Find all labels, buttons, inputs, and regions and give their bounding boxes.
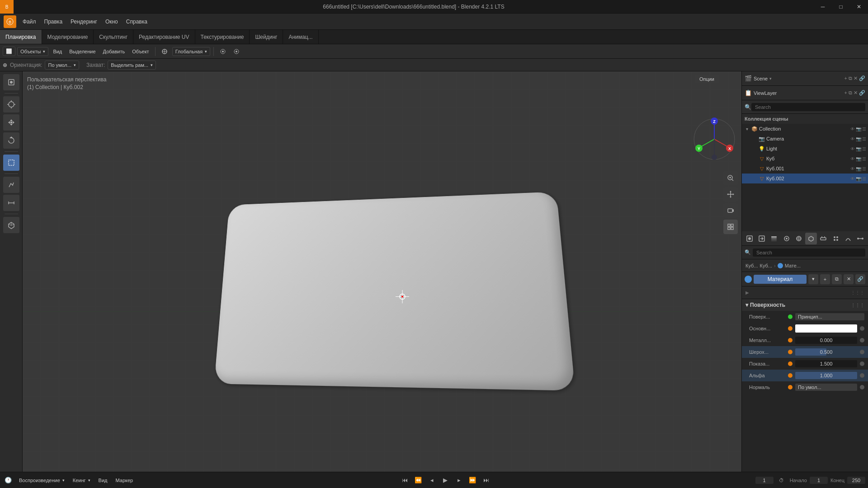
tab-modeling[interactable]: Моделирование <box>42 30 94 44</box>
prop-tab-modifier[interactable] <box>818 233 829 244</box>
capture-selector[interactable]: Выделить рам... <box>108 61 156 70</box>
outliner-item-cube002[interactable]: ▽ Куб.002 👁 📷 ☰ <box>742 174 868 183</box>
zoom-in-button[interactable] <box>723 171 738 185</box>
prop-tab-particles[interactable] <box>830 233 841 244</box>
alpha-slider-container[interactable]: 1.000 <box>795 372 857 379</box>
cube-cam-icon[interactable]: 📷 <box>856 156 861 161</box>
outliner-item-camera[interactable]: 📷 Camera 👁 📷 ☰ <box>742 134 868 144</box>
keying-menu[interactable]: Кеинг <box>70 476 93 484</box>
viewport[interactable]: Пользовательская перспектива (1) Collect… <box>23 71 741 472</box>
cube001-cam-icon[interactable]: 📷 <box>856 166 861 171</box>
roughness-slider-container[interactable]: 0.500 <box>795 348 857 356</box>
cube-sel-icon[interactable]: ☰ <box>862 156 866 161</box>
menu-edit[interactable]: Правка <box>41 17 66 27</box>
material-copy-button[interactable]: ⧉ <box>832 274 842 284</box>
alpha-input[interactable]: 1.000 <box>795 372 857 379</box>
scene-link-button[interactable]: 🔗 <box>859 75 865 81</box>
tab-animation[interactable]: Анимац... <box>283 30 318 44</box>
tab-shading[interactable]: Шейдинг <box>250 30 283 44</box>
prop-tab-physics[interactable] <box>842 233 854 244</box>
breadcrumb-cube-label[interactable]: Куб... <box>760 263 773 268</box>
tab-uv-editing[interactable]: Редактирование UV <box>133 30 195 44</box>
normal-dot[interactable] <box>788 385 793 389</box>
playback-menu[interactable]: Воспроизведение <box>16 476 67 484</box>
outliner-item-light[interactable]: 💡 Light 👁 📷 ☰ <box>742 144 868 154</box>
scene-new-button[interactable]: + <box>844 75 847 81</box>
prop-tab-output[interactable] <box>756 233 767 244</box>
timeline-view-menu[interactable]: Вид <box>96 476 110 484</box>
metallic-right-dot[interactable] <box>860 338 864 343</box>
prev-frame-button[interactable]: ⏪ <box>413 475 424 486</box>
material-link-button[interactable]: 🔗 <box>855 274 865 284</box>
menu-help[interactable]: Справка <box>123 17 151 27</box>
tab-sculpting[interactable]: Скульптинг <box>94 30 133 44</box>
ior-input[interactable]: 1.500 <box>795 360 857 367</box>
camera-eye-icon[interactable]: 👁 <box>850 136 855 141</box>
surface-section-header[interactable]: ▾ Поверхность ⋮⋮⋮ <box>742 299 868 311</box>
ior-right-dot[interactable] <box>860 361 864 366</box>
collection-eye-icon[interactable]: 👁 <box>850 127 855 131</box>
cube001-sel-icon[interactable]: ☰ <box>862 166 866 171</box>
play-button[interactable]: ▶ <box>440 475 451 486</box>
measure-tool[interactable] <box>3 195 19 211</box>
camera-sel-icon[interactable]: ☰ <box>862 136 866 141</box>
material-name-button[interactable]: Материал <box>754 275 807 284</box>
light-sel-icon[interactable]: ☰ <box>862 146 866 151</box>
material-delete-button[interactable]: ✕ <box>844 274 854 284</box>
collection-select-icon[interactable]: ☰ <box>862 127 866 131</box>
camera-view-button[interactable] <box>723 203 738 218</box>
base-color-swatch[interactable] <box>795 324 857 333</box>
prop-tab-render[interactable] <box>744 233 755 244</box>
mode-selector[interactable]: Объекты <box>17 47 48 56</box>
vl-link-button[interactable]: 🔗 <box>859 90 865 96</box>
alpha-dot[interactable] <box>788 373 793 378</box>
fps-button[interactable]: ⏱ <box>776 475 787 486</box>
outliner-item-cube001[interactable]: ▽ Куб.001 👁 📷 ☰ <box>742 164 868 174</box>
viewport-options-button[interactable]: Опции <box>695 75 719 83</box>
collection-camera-icon[interactable]: 📷 <box>856 127 861 131</box>
menu-file[interactable]: Файл <box>19 17 40 27</box>
tab-texturing[interactable]: Текстурирование <box>195 30 250 44</box>
3d-cursor[interactable] <box>396 290 409 305</box>
normal-value[interactable]: По умол... <box>795 384 857 391</box>
grid-view-button[interactable] <box>723 220 738 234</box>
add-cube-tool[interactable] <box>3 217 19 233</box>
scene-delete-button[interactable]: ✕ <box>854 75 858 81</box>
next-keyframe-button[interactable]: ▸ <box>453 475 464 486</box>
proportional-edit-button[interactable] <box>231 47 242 56</box>
cursor-tool[interactable] <box>3 96 19 113</box>
cube002-cam-icon[interactable]: 📷 <box>856 176 861 181</box>
material-new-button[interactable]: + <box>820 274 830 284</box>
cube002-eye-icon[interactable]: 👁 <box>850 176 855 181</box>
roughness-input[interactable]: 0.500 <box>795 348 857 356</box>
move-tool[interactable] <box>3 114 19 131</box>
outliner-search-input[interactable] <box>751 103 865 111</box>
cube001-eye-icon[interactable]: 👁 <box>850 166 855 171</box>
scene-copy-button[interactable]: ⧉ <box>849 75 852 81</box>
object-button[interactable]: Объект <box>129 47 151 56</box>
navigation-gizmo[interactable]: Z X Y <box>692 117 737 162</box>
vl-copy-button[interactable]: ⧉ <box>849 90 852 96</box>
vl-delete-button[interactable]: ✕ <box>854 90 858 96</box>
prop-tab-viewlayer[interactable] <box>769 233 780 244</box>
add-button[interactable]: Добавить <box>100 47 128 56</box>
camera-cam-icon[interactable]: 📷 <box>856 136 861 141</box>
transform-selector[interactable]: Глобальная <box>172 47 210 56</box>
annotate-tool[interactable] <box>3 177 19 193</box>
select-tool[interactable] <box>3 74 19 90</box>
box-select-tool[interactable] <box>3 155 19 171</box>
current-frame-field[interactable]: 1 <box>755 477 774 484</box>
prop-tab-object[interactable] <box>805 233 816 244</box>
orientation-selector[interactable]: По умол... <box>45 61 79 70</box>
base-color-right-dot[interactable] <box>860 326 864 331</box>
viewport-display-button[interactable]: ⬜ <box>3 47 15 56</box>
properties-search-input[interactable] <box>753 249 865 257</box>
prop-tab-world[interactable] <box>793 233 804 244</box>
select-button[interactable]: Выделение <box>66 47 98 56</box>
window-controls[interactable]: ─ □ ✕ <box>814 0 868 14</box>
snap-button[interactable] <box>217 47 229 56</box>
rotate-tool[interactable] <box>3 132 19 149</box>
material-expand-row[interactable]: ▶ ⋮⋮⋮ <box>742 286 868 299</box>
material-browse-button[interactable]: ▾ <box>808 274 818 284</box>
prop-tab-constraints[interactable] <box>855 233 866 244</box>
